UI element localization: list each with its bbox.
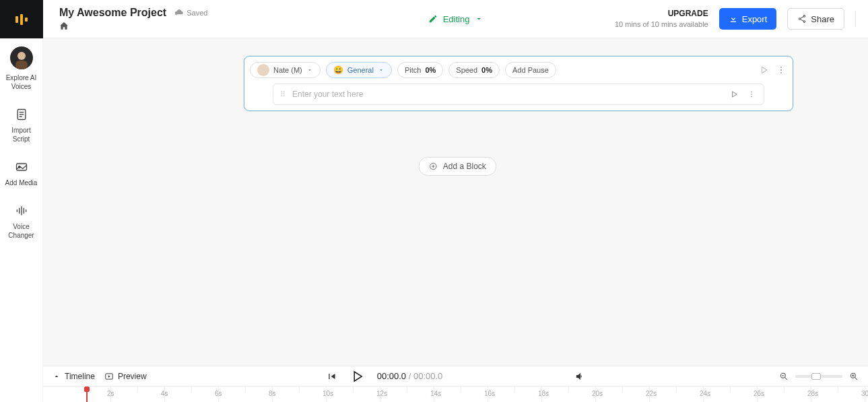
- timeline-ruler[interactable]: 2s4s6s8s10s12s14s16s18s20s22s24s26s28s30…: [43, 386, 868, 402]
- mode-label: Editing: [443, 14, 470, 24]
- play-line-button[interactable]: [729, 89, 739, 100]
- sidebar-item-import-script[interactable]: Import Script: [0, 99, 43, 152]
- left-rail: Explore AI Voices Import Script Add Medi…: [0, 0, 43, 402]
- ruler-tick: 8s: [272, 387, 273, 402]
- share-button[interactable]: Share: [787, 8, 844, 30]
- speed-label: Speed: [456, 66, 477, 74]
- plus-circle-icon: [428, 162, 438, 171]
- ruler-tick-label: 26s: [754, 390, 764, 397]
- mode-switch[interactable]: Editing: [428, 14, 483, 24]
- ruler-tick-label: 24s: [700, 390, 710, 397]
- upgrade-label: UPGRADE: [615, 9, 708, 20]
- ruler-tick: 20s: [595, 387, 596, 402]
- timeline-label: Timeline: [65, 372, 95, 381]
- zoom-slider[interactable]: [795, 375, 842, 378]
- svg-point-21: [780, 67, 782, 68]
- ruler-tick-label: 4s: [161, 390, 168, 397]
- ruler-tick: 2s: [110, 387, 111, 402]
- ruler-tick-label: 18s: [538, 390, 549, 397]
- more-vertical-icon: [747, 90, 756, 98]
- ruler-tick-label: 16s: [484, 390, 495, 397]
- zoom-slider-thumb[interactable]: [811, 373, 821, 380]
- chevron-down-icon: [306, 67, 313, 73]
- playhead[interactable]: [86, 387, 88, 402]
- voice-avatar-icon: [257, 64, 269, 76]
- ruler-tick-label: 6s: [215, 390, 222, 397]
- ruler-minor-tick: [137, 387, 138, 392]
- voice-block: Nate (M) 😀 General Pitch 0% Speed 0: [244, 56, 793, 111]
- sidebar-item-explore-voices[interactable]: Explore AI Voices: [0, 38, 43, 99]
- preview-icon: [104, 372, 114, 381]
- svg-rect-1: [20, 14, 23, 25]
- sidebar-item-label: Explore AI Voices: [6, 73, 37, 91]
- play-outline-icon: [758, 65, 769, 75]
- play-block-button[interactable]: [758, 64, 770, 76]
- svg-point-17: [799, 18, 801, 20]
- volume-icon: [574, 371, 585, 382]
- timeline-toggle[interactable]: Timeline: [53, 372, 95, 381]
- voice-changer-icon: [14, 203, 29, 218]
- ruler-minor-tick: [461, 387, 461, 392]
- svg-point-25: [751, 94, 752, 95]
- chevron-up-icon: [53, 372, 61, 380]
- export-button[interactable]: Export: [719, 8, 777, 30]
- logo[interactable]: [0, 0, 43, 38]
- chevron-down-icon: [378, 67, 385, 73]
- sidebar-item-add-media[interactable]: Add Media: [0, 152, 43, 195]
- sidebar-item-label: Import Script: [11, 126, 30, 143]
- zoom-in-button[interactable]: [849, 372, 859, 381]
- ruler-minor-tick: [353, 387, 354, 392]
- svg-point-16: [804, 15, 806, 18]
- zoom-out-button[interactable]: [779, 372, 789, 381]
- zoom-out-icon: [779, 372, 789, 381]
- ruler-tick: 12s: [380, 387, 380, 402]
- saved-label: Saved: [187, 9, 207, 17]
- ruler-tick: 24s: [703, 387, 704, 402]
- share-label: Share: [811, 14, 834, 24]
- ruler-tick: 4s: [164, 387, 165, 402]
- ruler-tick: 22s: [649, 387, 650, 402]
- cloud-icon: [174, 8, 184, 18]
- svg-rect-2: [25, 18, 28, 22]
- home-button[interactable]: [59, 22, 69, 31]
- line-more-button[interactable]: [746, 89, 757, 100]
- project-title[interactable]: My Awesome Project: [59, 7, 166, 19]
- more-vertical-icon: [776, 65, 786, 75]
- add-block-label: Add a Block: [443, 162, 486, 171]
- sidebar-item-label: Add Media: [5, 178, 38, 187]
- add-pause-button[interactable]: Add Pause: [505, 62, 556, 78]
- export-label: Export: [742, 14, 768, 24]
- voice-pill[interactable]: Nate (M): [250, 62, 321, 78]
- logo-icon: [13, 11, 30, 28]
- emotion-pill[interactable]: 😀 General: [326, 62, 392, 78]
- ruler-tick: 26s: [757, 387, 758, 402]
- play-button[interactable]: [349, 368, 365, 384]
- ruler-tick-label: 8s: [269, 390, 276, 397]
- svg-rect-4: [15, 61, 28, 69]
- text-input[interactable]: [292, 90, 722, 99]
- playbar: Timeline Preview 00:00.0 / 00:00.0: [43, 366, 868, 386]
- preview-toggle[interactable]: Preview: [104, 372, 147, 381]
- ruler-tick: 16s: [488, 387, 488, 402]
- svg-point-18: [804, 21, 806, 23]
- svg-point-3: [18, 52, 26, 60]
- svg-point-23: [780, 72, 782, 73]
- upgrade-box[interactable]: UPGRADE 10 mins of 10 mins available: [615, 9, 708, 29]
- pitch-pill[interactable]: Pitch 0%: [397, 62, 443, 78]
- sidebar-item-voice-changer[interactable]: Voice Changer: [0, 195, 43, 248]
- add-block-button[interactable]: Add a Block: [418, 157, 496, 176]
- zoom-in-icon: [849, 372, 859, 381]
- speed-pill[interactable]: Speed 0%: [448, 62, 500, 78]
- ruler-tick-label: 20s: [592, 390, 603, 397]
- rewind-button[interactable]: [326, 371, 337, 382]
- volume-button[interactable]: [574, 371, 585, 382]
- elapsed-time: 00:00.0: [377, 371, 406, 381]
- pitch-label: Pitch: [405, 66, 421, 74]
- chevron-down-icon: [475, 15, 483, 23]
- play-outline-icon: [729, 90, 739, 99]
- ruler-tick-label: 10s: [323, 390, 333, 397]
- drag-handle-icon[interactable]: ⠿: [280, 90, 286, 99]
- block-more-button[interactable]: [775, 64, 787, 76]
- ruler-minor-tick: [514, 387, 515, 392]
- download-icon: [729, 14, 738, 24]
